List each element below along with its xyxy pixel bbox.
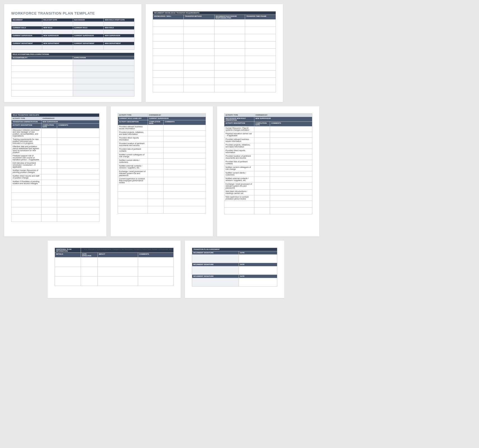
activity-desc: Provided relevant business issues inform… bbox=[224, 138, 254, 143]
info-table: INCUMBENTROLE EXIT DATESUCCESSORNEW ROLE… bbox=[11, 18, 134, 50]
activity-desc: Notified IT/Facilities of pending locati… bbox=[11, 180, 41, 186]
activity-desc: Provided direct reports information bbox=[224, 149, 254, 154]
agreement-table: TRANSITION PLAN AGREEMENT INCUMBENT SIGN… bbox=[192, 248, 277, 287]
activity-desc: Provided direct reports information bbox=[118, 136, 148, 142]
activity-desc: Finalized support role of incumbent over… bbox=[11, 154, 41, 161]
activity-desc: Notified current clients / customers bbox=[118, 159, 148, 164]
activity-desc: Effective date and probation period esta… bbox=[11, 145, 41, 154]
activity-desc: New team introductions / meetings carrie… bbox=[224, 190, 254, 195]
activity-desc: New supervisor to conduct probation peri… bbox=[224, 195, 254, 201]
activity-desc: Discussion between successor and new man… bbox=[11, 128, 41, 138]
page-7: TRANSITION PLAN AGREEMENT INCUMBENT SIGN… bbox=[185, 241, 284, 298]
activity-desc: Exchange / reset processed of relevant s… bbox=[118, 170, 148, 177]
activity-desc: Physical relocation carried out – if app… bbox=[224, 132, 254, 138]
activity-desc: Exit interview of incumbent scheduled / … bbox=[11, 161, 41, 169]
role-acc-table: ROLE ACCOUNTABILITIES & EXPECTATIONS ACC… bbox=[11, 53, 134, 97]
activity-desc: Provided lists of pertinent contacts bbox=[224, 160, 254, 166]
activity-desc: Notified Human Resources of pending posi… bbox=[11, 169, 41, 174]
activity-desc: Notified external contacts / vendors / s… bbox=[118, 164, 148, 170]
addl-table: ADDITIONAL PLAN INFORMATIONe.g., Alterna… bbox=[55, 248, 174, 286]
checklist-a: ROLE TRANSITION CHECKLISTS ACTIVITY TYPE… bbox=[11, 113, 99, 222]
activity-desc: Notified current clients / customers bbox=[224, 171, 254, 177]
activity-desc: Notified external contacts / vendors / s… bbox=[224, 177, 254, 182]
activity-desc: Training requirements for new position d… bbox=[11, 138, 41, 145]
activity-desc: Provided relevant business issues inform… bbox=[118, 125, 148, 131]
activity-desc: Current supervisor to conduct final empl… bbox=[118, 177, 148, 184]
activity-desc: Provided projects, initiatives, and task… bbox=[118, 131, 148, 136]
activity-desc: Provided location of pertinent documents… bbox=[224, 154, 254, 160]
ktr-table: INCUMBENT KNOWLEDGE TRANSFER REQUIREMENT… bbox=[153, 11, 276, 92]
checklist-c: ACTIVITY TYPEOVERSEEN BY SUCCESSOR NEW R… bbox=[224, 113, 312, 214]
activity-desc: Provided lists of pertinent contacts bbox=[118, 147, 148, 153]
page-3: ROLE TRANSITION CHECKLISTS ACTIVITY TYPE… bbox=[4, 106, 106, 236]
activity-desc: Provided location of pertinent documents… bbox=[118, 142, 148, 147]
activity-desc: Human Resource / Payroll systems changes… bbox=[224, 126, 254, 132]
activity-desc: Notified current colleagues of role chan… bbox=[224, 166, 254, 171]
activity-desc: Notified current colleagues of role chan… bbox=[118, 153, 148, 159]
doc-title: WORKFORCE TRANSITION PLAN TEMPLATE bbox=[11, 11, 134, 15]
activity-desc: Provided projects, initiatives, and task… bbox=[224, 143, 254, 149]
page-2: INCUMBENT KNOWLEDGE TRANSFER REQUIREMENT… bbox=[146, 4, 283, 102]
activity-desc: Notified direct reports and staff of pos… bbox=[11, 174, 41, 180]
checklist-b: ACTIVITY TYPEOVERSEEN BY CURRENT ROLE HA… bbox=[118, 113, 206, 214]
activity-desc: Exchange / reset processed of relevant s… bbox=[224, 182, 254, 190]
page-6: ADDITIONAL PLAN INFORMATIONe.g., Alterna… bbox=[48, 241, 181, 298]
page-5: ACTIVITY TYPEOVERSEEN BY SUCCESSOR NEW R… bbox=[217, 106, 319, 236]
page-1: WORKFORCE TRANSITION PLAN TEMPLATE INCUM… bbox=[4, 4, 141, 102]
page-4: ACTIVITY TYPEOVERSEEN BY CURRENT ROLE HA… bbox=[111, 106, 213, 236]
